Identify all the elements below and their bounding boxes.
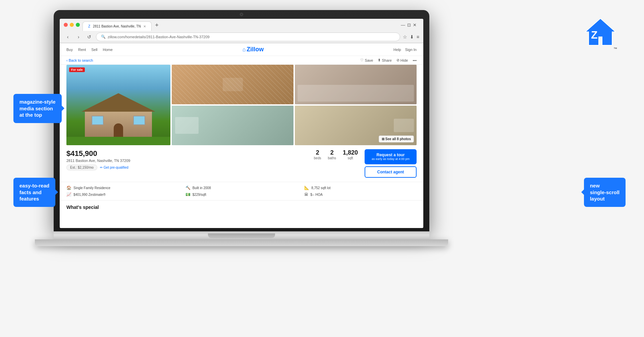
hide-label: Hide	[400, 58, 408, 62]
new-tab-btn[interactable]: +	[152, 20, 162, 31]
fact-built: 🔨 Built in 2008	[185, 185, 298, 190]
laptop-base-bezel	[54, 231, 429, 240]
contact-agent-btn[interactable]: Contact agent	[365, 166, 417, 178]
fact-price-sqft-text: $229/sqft	[193, 193, 206, 196]
callout-media: magazine-style media section at the top	[13, 94, 62, 123]
more-action[interactable]: •••	[413, 58, 417, 62]
build-icon: 🔨	[185, 185, 191, 190]
share-action[interactable]: ⬆ Share	[378, 58, 391, 62]
save-action[interactable]: ♡ Save	[360, 58, 373, 62]
grass-decoration	[66, 137, 170, 145]
bookmark-icon[interactable]: ☆	[403, 34, 407, 40]
window-close-icon[interactable]: ✕	[413, 22, 417, 27]
zillow-logo-text: Zillow	[247, 46, 264, 53]
tm-text: ™	[584, 47, 617, 51]
photo-grid: ⊞ See all 8 photos	[172, 65, 417, 145]
price-estimate-row: Est.: $2,150/mo ✏ Get pre-qualified	[66, 165, 307, 170]
sqft-count: 1,820	[343, 149, 358, 156]
zillow-navbar: Buy Rent Sell Home ⌂ Zillow Help Sign In	[60, 43, 423, 56]
whats-special-section: What's special	[60, 201, 423, 214]
browser-minimize-btn[interactable]	[70, 23, 74, 27]
svg-text:Z: Z	[591, 29, 598, 41]
photo-section: For sale	[60, 65, 423, 145]
hoa-icon: 🏛	[304, 192, 308, 197]
photo-cell-3[interactable]	[172, 106, 293, 145]
nav-rent[interactable]: Rent	[78, 48, 86, 52]
fact-lot-text: 8,752 sqft lot	[311, 186, 330, 190]
more-label: •••	[413, 58, 417, 62]
see-all-photos-btn[interactable]: ⊞ See all 8 photos	[379, 135, 414, 143]
request-tour-btn[interactable]: Request a tour as early as today at 4:00…	[365, 149, 417, 164]
browser-titlebar: Z 2811 Bastion Ave, Nashville, TN × + — …	[60, 19, 423, 31]
tab-close-btn[interactable]: ×	[144, 24, 146, 29]
fact-zestimate: 📈 $401,990 Zestimate®	[66, 192, 179, 197]
baths-count: 2	[328, 149, 336, 156]
hide-icon: ⊘	[396, 58, 399, 62]
fact-property-type: 🏠 Single Family Residence	[66, 185, 179, 190]
tour-btn-sub: as early as today at 4:00 pm	[370, 157, 411, 161]
beds-stat: 2 beds	[314, 149, 321, 160]
tab-title: 2811 Bastion Ave, Nashville, TN	[93, 24, 141, 28]
address-text: zillow.com/homedetails/2811-Bastion-Ave-…	[108, 35, 210, 39]
nav-sell[interactable]: Sell	[91, 48, 97, 52]
browser-tabs: Z 2811 Bastion Ave, Nashville, TN × +	[83, 19, 395, 31]
hide-action[interactable]: ⊘ Hide	[396, 58, 408, 62]
callout-facts: easy-to-read facts and features	[13, 178, 55, 207]
listing-address: 2811 Bastion Ave, Nashville, TN 37209	[66, 159, 307, 163]
photo-cell-4[interactable]: ⊞ See all 8 photos	[295, 106, 417, 145]
save-label: Save	[365, 58, 373, 62]
back-btn[interactable]: ‹	[64, 33, 72, 41]
fact-zestimate-text: $401,990 Zestimate®	[73, 193, 106, 196]
price-section: $415,900 2811 Bastion Ave, Nashville, TN…	[60, 145, 423, 182]
nav-signin[interactable]: Sign In	[405, 48, 417, 52]
nav-help[interactable]: Help	[393, 48, 401, 52]
svg-marker-0	[585, 18, 615, 45]
zillow-nav-links: Buy Rent Sell Home	[66, 48, 113, 52]
main-photo[interactable]: For sale	[66, 65, 170, 145]
zillow-logo-icon: ⌂	[243, 47, 246, 53]
zillow-nav-right: Help Sign In	[393, 48, 417, 52]
for-sale-badge: For sale	[69, 67, 85, 72]
back-to-search[interactable]: ‹ Back to search	[66, 58, 93, 62]
fact-built-text: Built in 2008	[193, 186, 211, 190]
listing-top-bar: ‹ Back to search ♡ Save ⬆ Share ⊘ Hide	[60, 56, 423, 65]
window-maximize-icon[interactable]: ⊡	[407, 22, 411, 27]
browser-tab-active[interactable]: Z 2811 Bastion Ave, Nashville, TN ×	[83, 21, 152, 31]
house-illustration	[82, 93, 155, 137]
callout-scroll-text: new single-scroll layout	[590, 183, 620, 202]
photo-cell-2[interactable]	[295, 65, 417, 104]
baths-label: baths	[328, 156, 336, 160]
sqft-stat: 1,820 sqft	[343, 149, 358, 160]
nav-home[interactable]: Home	[103, 48, 113, 52]
fact-property-type-text: Single Family Residence	[73, 186, 110, 190]
browser-close-btn[interactable]	[64, 23, 68, 27]
heart-icon: ♡	[360, 58, 364, 62]
nav-buy[interactable]: Buy	[66, 48, 73, 52]
zestimate-icon: 📈	[66, 192, 71, 197]
forward-btn[interactable]: ›	[74, 33, 83, 41]
browser-maximize-btn[interactable]	[76, 23, 80, 27]
laptop-camera	[240, 13, 243, 16]
callout-media-text: magazine-style media section at the top	[19, 99, 56, 118]
window-minimize-icon[interactable]: —	[401, 22, 405, 27]
baths-stat: 2 baths	[328, 149, 336, 160]
sqft-label: sqft	[343, 156, 358, 160]
laptop-mockup: Z 2811 Bastion Ave, Nashville, TN × + — …	[54, 10, 429, 278]
zillow-page: Buy Rent Sell Home ⌂ Zillow Help Sign In	[60, 43, 423, 228]
download-icon[interactable]: ⬇	[410, 34, 414, 40]
reload-btn[interactable]: ↺	[85, 33, 93, 41]
prequalify-link[interactable]: ✏ Get pre-qualified	[100, 166, 128, 169]
browser-chrome: Z 2811 Bastion Ave, Nashville, TN × + — …	[60, 19, 423, 43]
fact-price-sqft: 💵 $229/sqft	[185, 192, 298, 197]
whats-special-title: What's special	[66, 205, 417, 210]
browser-toolbar-icons: ☆ ⬇ ≡	[403, 34, 419, 40]
address-bar[interactable]: 🔍 zillow.com/homedetails/2811-Bastion-Av…	[96, 33, 400, 41]
laptop-hinge	[208, 233, 275, 238]
photo-cell-1[interactable]	[172, 65, 293, 104]
cta-section: Request a tour as early as today at 4:00…	[365, 149, 417, 178]
menu-icon[interactable]: ≡	[417, 34, 419, 40]
zillow-brand-logo: Z ™	[584, 17, 617, 50]
listing-price: $415,900	[66, 149, 307, 158]
zillow-logo: ⌂ Zillow	[243, 46, 264, 53]
laptop-base-plate	[35, 239, 448, 246]
